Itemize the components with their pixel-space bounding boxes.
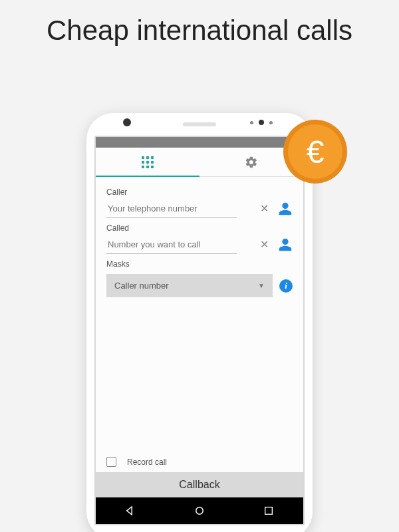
tab-bar [96, 148, 303, 177]
tab-dialer[interactable] [96, 148, 200, 176]
gear-icon [245, 156, 258, 169]
nav-recent-button[interactable] [234, 497, 303, 524]
callback-button[interactable]: Callback [96, 472, 303, 497]
info-icon[interactable]: i [279, 279, 293, 293]
contact-picker-called[interactable] [278, 237, 293, 252]
called-label: Called [106, 223, 293, 233]
called-input[interactable] [106, 235, 237, 254]
phone-screen: Caller ✕ Called ✕ [94, 136, 305, 525]
euro-coin-badge: € [283, 120, 347, 184]
masks-label: Masks [106, 259, 293, 269]
dialpad-icon [142, 156, 154, 168]
status-bar [96, 137, 303, 148]
svg-point-0 [196, 507, 203, 515]
clear-called-icon[interactable]: ✕ [260, 238, 269, 251]
phone-speaker [183, 122, 216, 126]
caller-input[interactable] [106, 200, 237, 218]
record-label: Record call [127, 458, 167, 467]
nav-home-button[interactable] [165, 497, 234, 524]
masks-select-value: Caller number [114, 281, 169, 291]
nav-back-button[interactable] [96, 497, 165, 524]
caller-label: Caller [106, 188, 293, 197]
chevron-down-icon: ▼ [258, 282, 265, 289]
phone-camera [123, 118, 131, 126]
record-checkbox[interactable] [106, 457, 116, 467]
svg-rect-1 [265, 507, 273, 515]
phone-frame: Caller ✕ Called ✕ [86, 113, 313, 532]
masks-select[interactable]: Caller number ▼ [106, 274, 273, 297]
headline: Cheap international calls [0, 15, 399, 47]
android-nav-bar [96, 497, 303, 524]
contact-picker-caller[interactable] [278, 201, 293, 216]
clear-caller-icon[interactable]: ✕ [260, 202, 269, 215]
euro-icon: € [288, 124, 342, 179]
phone-sensors [250, 120, 273, 125]
form-content: Caller ✕ Called ✕ [96, 177, 303, 524]
